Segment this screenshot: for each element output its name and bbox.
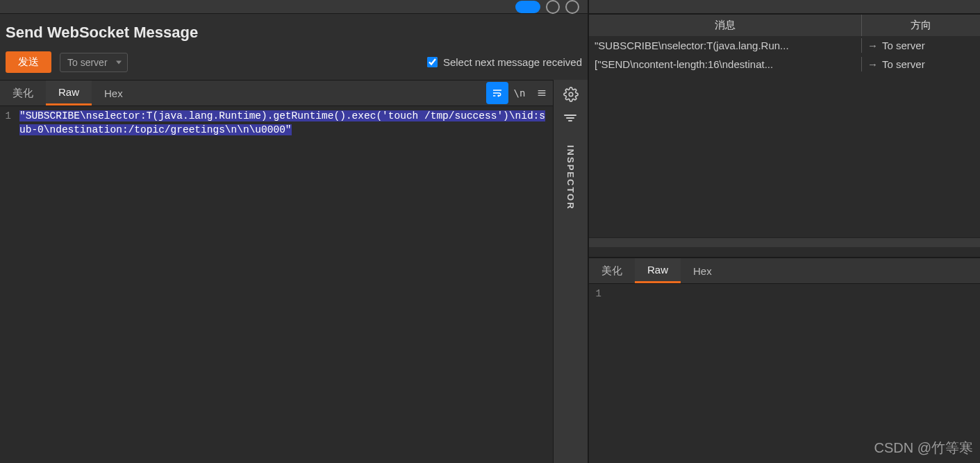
col-header-direction[interactable]: 方向	[862, 15, 980, 36]
hamburger-icon[interactable]	[531, 82, 553, 104]
side-rail: INSPECTOR	[553, 80, 588, 463]
send-button[interactable]: 发送	[6, 51, 51, 73]
select-next-checkbox[interactable]	[427, 57, 438, 67]
tab-pretty[interactable]: 美化	[589, 259, 635, 283]
tab-raw[interactable]: Raw	[46, 81, 92, 106]
left-panel: Send WebSocket Message 发送 To server Sele…	[0, 0, 589, 463]
code-area[interactable]: "SUBSCRIBE\nselector:T(java.lang.Runtime…	[15, 106, 553, 463]
code-area[interactable]	[606, 284, 980, 463]
toolbar-circle-icon[interactable]	[546, 0, 560, 14]
table-row[interactable]: ["SEND\ncontent-length:16\ndestinat... →…	[589, 55, 980, 74]
tab-hex[interactable]: Hex	[92, 82, 135, 105]
code-content: "SUBSCRIBE\nselector:T(java.lang.Runtime…	[19, 110, 545, 135]
right-editor-tabs: 美化 Raw Hex	[589, 258, 980, 284]
app-toolbar	[0, 0, 588, 14]
svg-point-0	[569, 92, 573, 96]
select-next-checkbox-wrap[interactable]: Select next message received	[427, 56, 582, 68]
gutter: 1	[589, 284, 606, 463]
horizontal-scrollbar[interactable]	[589, 237, 980, 247]
tab-raw[interactable]: Raw	[635, 258, 681, 283]
gutter: 1	[0, 106, 15, 463]
right-editor-region: 美化 Raw Hex 1 CSDN @竹等寒	[589, 257, 980, 463]
cell-direction: →To server	[862, 57, 980, 71]
wrap-lines-icon[interactable]	[486, 82, 508, 104]
controls-row: 发送 To server Select next message receive…	[0, 49, 588, 80]
cell-message: "SUBSCRIBE\nselector:T(java.lang.Run...	[589, 38, 862, 53]
inspector-label[interactable]: INSPECTOR	[565, 145, 576, 210]
show-escape-icon[interactable]: \n	[508, 82, 531, 104]
right-editor[interactable]: 1 CSDN @竹等寒	[589, 284, 980, 463]
select-next-label: Select next message received	[443, 56, 582, 68]
history-header-strip	[589, 0, 980, 14]
gear-icon[interactable]	[563, 87, 579, 102]
filter-icon[interactable]	[564, 115, 578, 124]
cell-message: ["SEND\ncontent-length:16\ndestinat...	[589, 57, 862, 71]
left-editor-tabs: 美化 Raw Hex \n	[0, 80, 553, 106]
direction-select[interactable]: To server	[60, 53, 128, 72]
left-editor[interactable]: 1 "SUBSCRIBE\nselector:T(java.lang.Runti…	[0, 106, 553, 463]
page-title: Send WebSocket Message	[0, 14, 588, 49]
tab-pretty[interactable]: 美化	[0, 81, 46, 106]
arrow-right-icon: →	[867, 58, 878, 70]
tab-hex[interactable]: Hex	[681, 260, 724, 283]
toolbar-circle-icon[interactable]	[565, 0, 579, 14]
col-header-message[interactable]: 消息	[589, 15, 862, 36]
history-table: 消息 方向 "SUBSCRIBE\nselector:T(java.lang.R…	[589, 14, 980, 247]
history-head-row: 消息 方向	[589, 15, 980, 36]
history-body[interactable]: "SUBSCRIBE\nselector:T(java.lang.Run... …	[589, 36, 980, 237]
cell-direction: →To server	[862, 38, 980, 53]
toggle-pill[interactable]	[515, 1, 540, 13]
table-row[interactable]: "SUBSCRIBE\nselector:T(java.lang.Run... …	[589, 36, 980, 55]
right-panel: 消息 方向 "SUBSCRIBE\nselector:T(java.lang.R…	[589, 0, 980, 463]
arrow-right-icon: →	[867, 40, 878, 51]
direction-select-value: To server	[67, 57, 108, 68]
